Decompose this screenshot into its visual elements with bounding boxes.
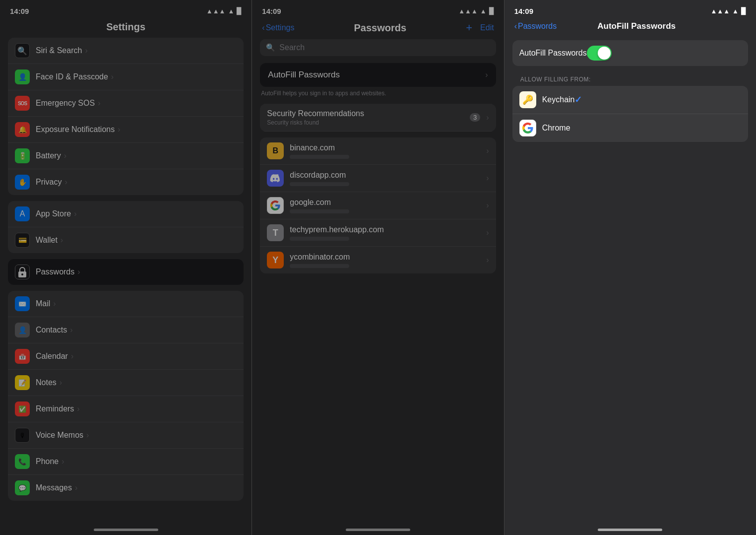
techyprem-info: techyprem.herokuapp.com	[290, 225, 483, 241]
contacts-icon: 👤	[15, 323, 30, 337]
appstore-row[interactable]: A App Store ›	[8, 201, 244, 227]
discord-entry[interactable]: discordapp.com ›	[260, 165, 496, 192]
status-bar-1: 14:09 ▲▲▲ ▲ ▉	[0, 0, 252, 19]
keychain-source-icon: 🔑	[519, 91, 536, 108]
binance-info: binance.com	[290, 143, 483, 159]
discord-info: discordapp.com	[290, 171, 483, 186]
techyprem-domain: techyprem.herokuapp.com	[290, 225, 483, 234]
settings-back-btn[interactable]: ‹ Settings	[262, 23, 294, 32]
edit-btn[interactable]: Edit	[480, 23, 494, 32]
wallet-chevron: ›	[61, 236, 63, 245]
home-indicator-1	[94, 529, 158, 531]
siri-icon: 🔍	[15, 43, 30, 58]
security-badge: 3	[470, 113, 480, 122]
siri-chevron: ›	[85, 46, 87, 55]
phone-chevron: ›	[62, 457, 64, 466]
passwords-back-btn[interactable]: ‹ Passwords	[514, 22, 557, 31]
security-section: Security Recommendations Security risks …	[260, 104, 496, 132]
chrome-label: Chrome	[542, 124, 570, 133]
phone-row[interactable]: 📞 Phone ›	[8, 449, 244, 475]
keychain-checkmark: ✓	[574, 94, 582, 105]
google-user	[290, 209, 349, 213]
exposure-icon: 🔔	[15, 122, 30, 137]
google-chevron: ›	[486, 201, 489, 210]
passwords-title: Passwords	[354, 22, 407, 34]
appstore-label: App Store	[36, 209, 71, 218]
battery-chevron: ›	[64, 151, 66, 160]
google-entry[interactable]: google.com ›	[260, 192, 496, 219]
sources-section: 🔑 Keychain ✓ Chrome	[512, 86, 748, 142]
mail-row[interactable]: ✉️ Mail ›	[8, 291, 244, 317]
keychain-source-row[interactable]: 🔑 Keychain ✓	[512, 86, 748, 114]
reminders-label: Reminders	[36, 404, 74, 413]
discord-domain: discordapp.com	[290, 171, 483, 180]
siri-row[interactable]: 🔍 Siri & Search ›	[8, 38, 244, 64]
signal-icon-2: ▲▲▲	[458, 7, 478, 15]
siri-label: Siri & Search	[36, 46, 82, 55]
phone-label: Phone	[36, 457, 59, 466]
passwords-nav-actions: + Edit	[466, 21, 494, 34]
yc-icon: Y	[267, 252, 284, 268]
reminders-row[interactable]: ✅ Reminders ›	[8, 396, 244, 422]
passwords-icon	[15, 265, 30, 279]
wallet-row[interactable]: 💳 Wallet ›	[8, 227, 244, 253]
battery-row[interactable]: 🔋 Battery ›	[8, 143, 244, 169]
wifi-icon-2: ▲	[480, 7, 487, 15]
settings-group-1: 🔍 Siri & Search › 👤 Face ID & Passcode ›…	[8, 38, 244, 195]
battery-label: Battery	[36, 151, 61, 160]
contacts-row[interactable]: 👤 Contacts ›	[8, 317, 244, 343]
calendar-icon: 📅	[15, 349, 30, 364]
passwords-panel: 14:09 ▲▲▲ ▲ ▉ ‹ Settings Passwords + Edi…	[252, 0, 504, 535]
autofill-row[interactable]: AutoFill Passwords ›	[260, 63, 496, 87]
svg-point-1	[21, 273, 23, 275]
wifi-icon: ▲	[228, 7, 234, 15]
wallet-label: Wallet	[36, 236, 58, 245]
calendar-row[interactable]: 📅 Calendar ›	[8, 343, 244, 370]
settings-group-3: ✉️ Mail › 👤 Contacts › 📅 Calendar › 📝 No…	[8, 291, 244, 501]
discord-icon	[267, 170, 284, 187]
messages-icon: 💬	[15, 480, 30, 495]
autofill-toggle[interactable]	[587, 46, 612, 61]
chrome-source-row[interactable]: Chrome	[512, 114, 748, 142]
passwords-row[interactable]: Passwords ›	[8, 259, 244, 285]
faceid-row[interactable]: 👤 Face ID & Passcode ›	[8, 64, 244, 90]
autofill-nav: ‹ Passwords AutoFill Passwords	[504, 19, 756, 36]
exposure-row[interactable]: 🔔 Exposure Notifications ›	[8, 117, 244, 143]
sos-chevron: ›	[98, 99, 100, 108]
search-bar[interactable]: 🔍 Search	[260, 39, 496, 56]
yc-entry[interactable]: Y ycombinator.com ›	[260, 247, 496, 273]
binance-entry[interactable]: B binance.com ›	[260, 137, 496, 165]
home-indicator-3	[598, 529, 662, 531]
add-password-btn[interactable]: +	[466, 21, 472, 34]
yc-user	[290, 264, 349, 268]
notes-row[interactable]: 📝 Notes ›	[8, 370, 244, 396]
back-chevron-icon-3: ‹	[514, 22, 517, 31]
autofill-label: AutoFill Passwords	[268, 70, 485, 80]
status-bar-2: 14:09 ▲▲▲ ▲ ▉	[252, 0, 504, 19]
techyprem-entry[interactable]: T techyprem.herokuapp.com ›	[260, 219, 496, 247]
sos-row[interactable]: SOS Emergency SOS ›	[8, 90, 244, 117]
techyprem-user	[290, 237, 349, 241]
autofill-chevron: ›	[485, 70, 488, 79]
yc-chevron: ›	[486, 256, 489, 265]
messages-row[interactable]: 💬 Messages ›	[8, 475, 244, 501]
exposure-label: Exposure Notifications	[36, 125, 115, 134]
calendar-chevron: ›	[71, 352, 73, 361]
techyprem-chevron: ›	[486, 228, 489, 237]
appstore-chevron: ›	[74, 209, 76, 218]
settings-panel: 14:09 ▲▲▲ ▲ ▉ Settings 🔍 Siri & Search ›…	[0, 0, 252, 535]
battery-icon-2: ▉	[489, 7, 494, 15]
faceid-icon: 👤	[15, 69, 30, 84]
settings-nav: Settings	[0, 19, 252, 38]
security-row[interactable]: Security Recommendations Security risks …	[260, 104, 496, 132]
privacy-row[interactable]: ✋ Privacy ›	[8, 169, 244, 195]
voicememos-row[interactable]: 🎙 Voice Memos ›	[8, 422, 244, 449]
messages-label: Messages	[36, 483, 72, 492]
autofill-toggle-label: AutoFill Passwords	[519, 49, 587, 58]
notes-label: Notes	[36, 378, 57, 387]
privacy-chevron: ›	[64, 178, 67, 187]
status-time-2: 14:09	[262, 7, 281, 15]
appstore-icon: A	[15, 206, 30, 221]
phone-icon: 📞	[15, 454, 30, 469]
mail-icon: ✉️	[15, 296, 30, 311]
